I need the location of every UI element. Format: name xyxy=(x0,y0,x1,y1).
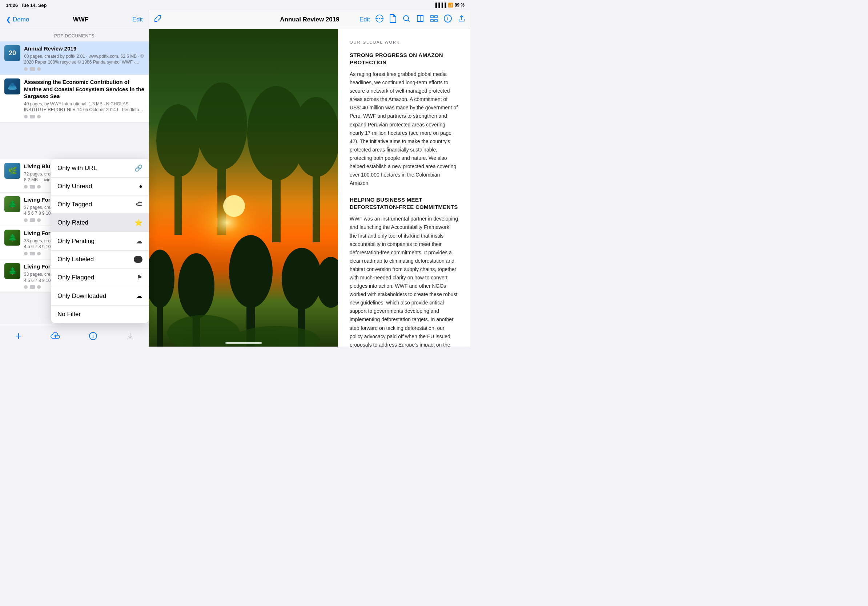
filter-flagged[interactable]: Only Flagged ⚑ xyxy=(51,269,149,287)
filter-downloaded[interactable]: Only Downloaded ☁ xyxy=(51,287,149,306)
status-bar: 14:26 Tue 14. Sep ▐▐▐▐ 📶 89 % xyxy=(0,0,470,10)
back-button[interactable]: ❮ Demo xyxy=(6,15,29,24)
doc-item-1[interactable]: 20 Annual Review 2019 60 pages, created … xyxy=(0,42,149,75)
status-date: Tue 14. Sep xyxy=(21,3,46,8)
pdf-body-2: WWF was an instrumental partner in devel… xyxy=(350,215,459,346)
new-doc-button[interactable] xyxy=(389,14,397,25)
search-icon xyxy=(402,14,411,23)
link-icon: 🔗 xyxy=(135,164,143,172)
icon-dot xyxy=(24,218,28,222)
scroll-indicator xyxy=(225,342,262,344)
star-icon: ⭐ xyxy=(135,219,143,227)
doc-thumb-3: 🌿 xyxy=(5,163,20,179)
filter-tagged[interactable]: Only Tagged 🏷 xyxy=(51,195,149,213)
doc-info-1: Annual Review 2019 60 pages, created by … xyxy=(24,45,144,71)
filter-labeled[interactable]: Only Labeled xyxy=(51,251,149,269)
svg-point-7 xyxy=(376,18,378,19)
right-edit-button[interactable]: Edit xyxy=(360,16,370,23)
icon-sq xyxy=(30,185,35,189)
icon-sq xyxy=(30,218,35,222)
flag-icon: ⚑ xyxy=(137,274,143,281)
svg-point-33 xyxy=(229,235,273,308)
doc-list[interactable]: 20 Annual Review 2019 60 pages, created … xyxy=(0,42,149,325)
pdf-content: OUR GLOBAL WORK STRONG PROGRESS ON AMAZO… xyxy=(149,29,470,346)
status-indicators: ▐▐▐▐ 📶 89 % xyxy=(434,3,465,8)
icon-sq xyxy=(30,67,35,71)
doc-thumb-2 xyxy=(5,79,20,94)
icon-dot xyxy=(37,252,41,255)
svg-point-28 xyxy=(223,195,245,217)
doc-thumb-4: 🌲 xyxy=(5,196,20,212)
label-icon xyxy=(134,256,143,263)
sidebar-edit-button[interactable]: Edit xyxy=(132,16,143,23)
filter-unread-label: Only Unread xyxy=(57,183,92,190)
page-icon xyxy=(389,14,397,23)
share-button[interactable] xyxy=(457,14,466,25)
svg-rect-26 xyxy=(313,170,320,242)
svg-rect-30 xyxy=(157,297,163,346)
filter-nofilter[interactable]: No Filter xyxy=(51,306,149,323)
doc-title-1: Annual Review 2019 xyxy=(24,45,144,52)
pdf-heading-1: STRONG PROGRESS ON AMAZON PROTECTION xyxy=(350,52,459,66)
pdf-image-area xyxy=(149,29,338,346)
doc-title-2: Assessing the Economic Contribution of M… xyxy=(24,79,144,100)
sidebar-nav: ❮ Demo WWF Edit xyxy=(0,10,149,29)
right-panel-title: Annual Review 2019 xyxy=(280,16,339,23)
svg-rect-12 xyxy=(431,15,433,18)
dots-icon xyxy=(375,14,384,23)
filter-nofilter-label: No Filter xyxy=(57,311,81,318)
doc-info-2: Assessing the Economic Contribution of M… xyxy=(24,79,144,118)
right-nav-icons: Edit xyxy=(360,14,466,25)
filter-url-label: Only with URL xyxy=(57,165,97,172)
svg-point-2 xyxy=(11,83,14,87)
chevron-left-icon: ❮ xyxy=(6,15,11,24)
more-button[interactable] xyxy=(375,14,384,25)
icon-dot xyxy=(37,218,41,222)
icon-dot xyxy=(37,285,41,289)
doc-thumb-1: 20 xyxy=(5,45,20,61)
filter-labeled-label: Only Labeled xyxy=(57,256,94,263)
section-header: PDF DOCUMENTS xyxy=(0,29,149,42)
pdf-section-label: OUR GLOBAL WORK xyxy=(350,40,459,44)
pdf-body-1: As raging forest fires grabbed global me… xyxy=(350,70,459,187)
circle-icon: ● xyxy=(139,183,143,190)
svg-point-8 xyxy=(379,18,380,19)
filter-rated-label: Only Rated xyxy=(57,219,88,226)
icon-dot xyxy=(24,115,28,118)
doc-item-2[interactable]: Assessing the Economic Contribution of M… xyxy=(0,75,149,122)
icon-sq xyxy=(30,285,35,289)
filter-pending[interactable]: Only Pending ☁ xyxy=(51,232,149,251)
grid-icon xyxy=(429,14,439,23)
tag-icon: 🏷 xyxy=(136,201,143,208)
icon-dot xyxy=(37,185,41,189)
expand-icon xyxy=(153,14,162,23)
icon-dot xyxy=(37,115,41,118)
svg-rect-14 xyxy=(431,19,433,22)
pdf-text-area[interactable]: OUR GLOBAL WORK STRONG PROGRESS ON AMAZO… xyxy=(338,29,470,346)
doc-meta-2: 40 pages, by WWF International, 1,3 MB ·… xyxy=(24,101,144,113)
filter-rated[interactable]: Only Rated ⭐ xyxy=(51,213,149,232)
grid-button[interactable] xyxy=(429,14,439,25)
icon-dot xyxy=(24,185,28,189)
filter-unread[interactable]: Only Unread ● xyxy=(51,178,149,195)
doc-thumb-5: 🌲 xyxy=(5,230,20,246)
icon-dot xyxy=(24,67,28,71)
status-time: 14:26 xyxy=(6,3,18,8)
share-icon xyxy=(457,14,466,23)
sidebar: ❮ Demo WWF Edit PDF DOCUMENTS 20 Annual … xyxy=(0,10,149,346)
right-panel: Annual Review 2019 Edit xyxy=(149,10,470,346)
svg-text:i: i xyxy=(447,16,448,22)
pdf-heading-2: HELPING BUSINESS MEET DEFORESTATION-FREE… xyxy=(350,196,459,210)
svg-point-25 xyxy=(293,97,338,177)
pdf-image-svg xyxy=(149,29,338,346)
info-doc-button[interactable]: i xyxy=(443,14,452,25)
filter-flagged-label: Only Flagged xyxy=(57,274,94,281)
toc-button[interactable] xyxy=(416,14,425,25)
icon-dot xyxy=(24,285,28,289)
doc-thumb-6: 🌲 xyxy=(5,263,20,279)
expand-button[interactable] xyxy=(153,14,162,25)
search-button[interactable] xyxy=(402,14,411,25)
doc-icons-1 xyxy=(24,67,144,71)
filter-url[interactable]: Only with URL 🔗 xyxy=(51,159,149,178)
filter-pending-label: Only Pending xyxy=(57,238,95,245)
